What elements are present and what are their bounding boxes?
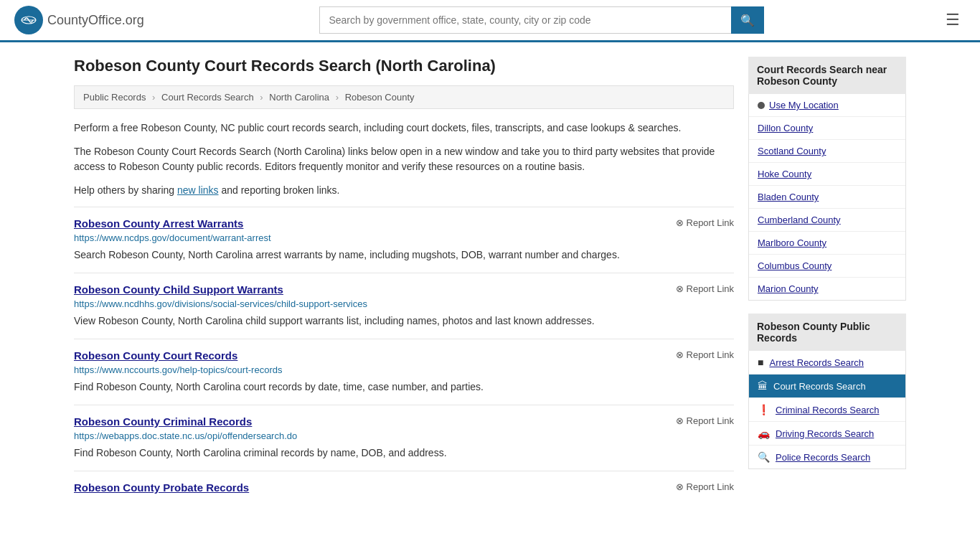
pub-rec-arrest[interactable]: ■ Arrest Records Search [749, 351, 905, 375]
court-records-link[interactable]: Court Records Search [773, 381, 866, 392]
breadcrumb-sep-1: › [152, 92, 155, 103]
hoke-county-link[interactable]: Hoke County [758, 169, 811, 179]
report-link-button[interactable]: ⊗ Report Link [676, 481, 734, 492]
public-records-list: ■ Arrest Records Search 🏛 Court Records … [748, 351, 906, 469]
police-records-link[interactable]: Police Records Search [776, 452, 870, 463]
sidebar-item-dillon[interactable]: Dillon County [749, 117, 905, 140]
location-dot-icon [758, 102, 765, 109]
breadcrumb-north-carolina[interactable]: North Carolina [269, 92, 329, 103]
breadcrumb-public-records[interactable]: Public Records [83, 92, 146, 103]
police-icon: 🔍 [758, 451, 770, 463]
result-item: Robeson County Court Records ⊗ Report Li… [74, 339, 734, 405]
main-content: Robeson County Court Records Search (Nor… [74, 57, 734, 507]
results-list: Robeson County Arrest Warrants ⊗ Report … [74, 207, 734, 507]
result-title[interactable]: Robeson County Probate Records [74, 481, 249, 494]
sidebar-public-records-title: Robeson County Public Records [748, 314, 906, 351]
arrest-records-link[interactable]: Arrest Records Search [769, 357, 864, 368]
driving-records-link[interactable]: Driving Records Search [776, 428, 874, 439]
sidebar-item-marion[interactable]: Marion County [749, 278, 905, 300]
header: CountyOffice.org 🔍 ☰ [0, 0, 980, 42]
sidebar-item-bladen[interactable]: Bladen County [749, 186, 905, 209]
marion-county-link[interactable]: Marion County [758, 283, 819, 294]
sidebar-item-marlboro[interactable]: Marlboro County [749, 232, 905, 255]
result-header: Robeson County Criminal Records ⊗ Report… [74, 415, 734, 428]
sidebar-nearby-list: Use My Location Dillon County Scotland C… [748, 94, 906, 301]
result-item: Robeson County Probate Records ⊗ Report … [74, 471, 734, 507]
criminal-icon: ❗ [758, 404, 770, 415]
logo-area: CountyOffice.org [14, 6, 144, 34]
breadcrumb-court-records[interactable]: Court Records Search [161, 92, 254, 103]
result-header: Robeson County Arrest Warrants ⊗ Report … [74, 217, 734, 230]
result-url[interactable]: https://www.nccourts.gov/help-topics/cou… [74, 364, 734, 375]
court-icon: 🏛 [758, 380, 768, 392]
description-para-1: Perform a free Robeson County, NC public… [74, 121, 734, 136]
sidebar-nearby-title: Court Records Search near Robeson County [748, 57, 906, 94]
marlboro-county-link[interactable]: Marlboro County [758, 237, 826, 248]
logo-name-text: CountyOffice [47, 13, 122, 27]
new-links-link[interactable]: new links [177, 184, 219, 196]
description-para-2: The Robeson County Court Records Search … [74, 144, 734, 174]
result-desc: Search Robeson County, North Carolina ar… [74, 248, 734, 263]
logo-icon [14, 6, 43, 34]
result-item: Robeson County Criminal Records ⊗ Report… [74, 405, 734, 471]
result-title[interactable]: Robeson County Child Support Warrants [74, 283, 283, 296]
result-url[interactable]: https://www.ncdps.gov/document/warrant-a… [74, 232, 734, 243]
sidebar-item-hoke[interactable]: Hoke County [749, 163, 905, 186]
sidebar-item-scotland[interactable]: Scotland County [749, 140, 905, 163]
breadcrumb-sep-2: › [260, 92, 263, 103]
pub-rec-police[interactable]: 🔍 Police Records Search [749, 446, 905, 468]
result-title[interactable]: Robeson County Court Records [74, 349, 237, 362]
logo-text: CountyOffice.org [47, 13, 144, 28]
result-header: Robeson County Probate Records ⊗ Report … [74, 481, 734, 494]
dillon-county-link[interactable]: Dillon County [758, 123, 813, 133]
sidebar-item-cumberland[interactable]: Cumberland County [749, 209, 905, 232]
search-button[interactable]: 🔍 [731, 6, 764, 34]
columbus-county-link[interactable]: Columbus County [758, 260, 831, 271]
search-input[interactable] [319, 6, 731, 34]
search-area: 🔍 [319, 6, 764, 34]
result-item: Robeson County Arrest Warrants ⊗ Report … [74, 207, 734, 273]
pub-rec-criminal[interactable]: ❗ Criminal Records Search [749, 398, 905, 422]
sidebar-item-columbus[interactable]: Columbus County [749, 255, 905, 278]
para3-prefix: Help others by sharing [74, 184, 177, 196]
pub-rec-court[interactable]: 🏛 Court Records Search [749, 375, 905, 398]
report-link-button[interactable]: ⊗ Report Link [676, 217, 734, 228]
scotland-county-link[interactable]: Scotland County [758, 146, 826, 156]
breadcrumb: Public Records › Court Records Search › … [74, 85, 734, 109]
menu-button[interactable]: ☰ [940, 8, 966, 32]
criminal-records-link[interactable]: Criminal Records Search [776, 405, 880, 415]
sidebar: Court Records Search near Robeson County… [748, 57, 906, 507]
arrest-icon: ■ [758, 357, 763, 368]
para3-suffix: and reporting broken links. [219, 184, 340, 196]
result-title[interactable]: Robeson County Arrest Warrants [74, 217, 243, 230]
result-item: Robeson County Child Support Warrants ⊗ … [74, 273, 734, 339]
driving-icon: 🚗 [758, 428, 770, 439]
sidebar-use-location[interactable]: Use My Location [749, 94, 905, 117]
use-my-location-link[interactable]: Use My Location [769, 100, 839, 110]
report-link-button[interactable]: ⊗ Report Link [676, 283, 734, 294]
pub-rec-driving[interactable]: 🚗 Driving Records Search [749, 422, 905, 446]
report-link-button[interactable]: ⊗ Report Link [676, 349, 734, 360]
report-link-button[interactable]: ⊗ Report Link [676, 415, 734, 426]
main-layout: Robeson County Court Records Search (Nor… [60, 42, 920, 521]
breadcrumb-sep-3: › [336, 92, 339, 103]
breadcrumb-robeson-county[interactable]: Robeson County [345, 92, 415, 103]
description-para-3: Help others by sharing new links and rep… [74, 183, 734, 198]
result-desc: View Robeson County, North Carolina chil… [74, 314, 734, 329]
result-url[interactable]: https://www.ncdhhs.gov/divisions/social-… [74, 298, 734, 309]
logo-suffix-text: .org [122, 13, 144, 27]
page-title: Robeson County Court Records Search (Nor… [74, 57, 734, 75]
result-title[interactable]: Robeson County Criminal Records [74, 415, 252, 428]
bladen-county-link[interactable]: Bladen County [758, 192, 819, 202]
result-header: Robeson County Child Support Warrants ⊗ … [74, 283, 734, 296]
result-desc: Find Robeson County, North Carolina crim… [74, 446, 734, 461]
result-header: Robeson County Court Records ⊗ Report Li… [74, 349, 734, 362]
result-desc: Find Robeson County, North Carolina cour… [74, 380, 734, 395]
cumberland-county-link[interactable]: Cumberland County [758, 215, 841, 225]
result-url[interactable]: https://webapps.doc.state.nc.us/opi/offe… [74, 430, 734, 441]
